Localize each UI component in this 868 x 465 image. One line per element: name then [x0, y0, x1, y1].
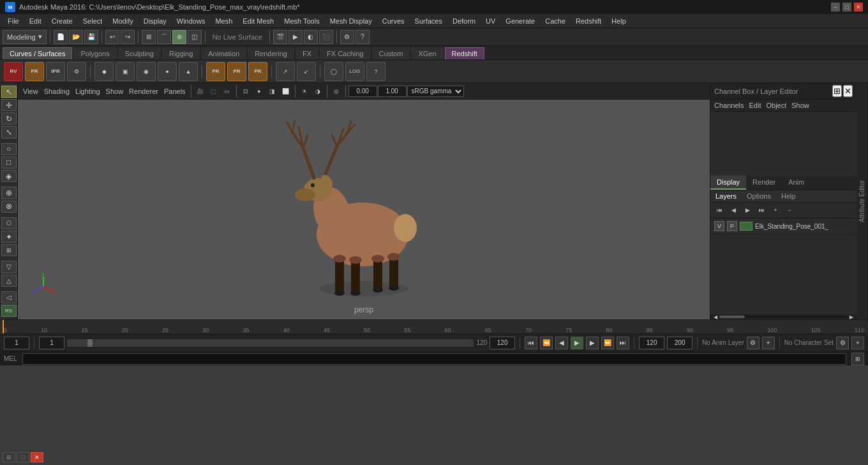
menu-file[interactable]: File	[3, 16, 24, 26]
layer-playback-btn[interactable]: P	[727, 221, 737, 231]
unknown-btn-2[interactable]: ✦	[1, 231, 17, 243]
paint-button[interactable]: ◈	[1, 170, 17, 182]
minimize-button[interactable]: −	[831, 3, 840, 11]
prev-frame-button[interactable]: ⏪	[540, 337, 553, 349]
smooth-shade-button[interactable]: ●	[253, 85, 266, 98]
snap-point-button[interactable]: ⊕	[172, 30, 186, 44]
tab-fx[interactable]: FX	[296, 47, 318, 59]
help-button[interactable]: ?	[355, 30, 370, 44]
rs-gear-button[interactable]: ⚙	[67, 62, 86, 81]
layer-add-button[interactable]: +	[769, 204, 782, 217]
isolate-button[interactable]: ◎	[330, 85, 343, 98]
value-input-1[interactable]	[348, 86, 377, 97]
script-editor-button[interactable]: ⊞	[851, 353, 864, 365]
snap-curve-button[interactable]: ⌒	[157, 30, 171, 44]
go-start-button[interactable]: ⏮	[525, 337, 537, 349]
rs-log-button[interactable]: LOG	[345, 62, 364, 81]
tab-xgen[interactable]: XGen	[411, 47, 443, 59]
channels-show-label[interactable]: Show	[791, 102, 809, 109]
rp-tab-render[interactable]: Render	[746, 176, 782, 190]
range-max-input[interactable]	[490, 337, 515, 349]
wireframe-button[interactable]: ⊡	[239, 85, 252, 98]
tab-curves-surfaces[interactable]: Curves / Surfaces	[3, 47, 72, 59]
tab-fx-caching[interactable]: FX Caching	[320, 47, 370, 59]
rs-cone-button[interactable]: ▲	[179, 62, 198, 81]
playback-max-input[interactable]	[639, 337, 664, 349]
close-button[interactable]: ✕	[854, 3, 863, 11]
channels-object-label[interactable]: Object	[766, 102, 786, 109]
rs-arrow-up-button[interactable]: ↗	[276, 62, 295, 81]
menu-select[interactable]: Select	[78, 16, 108, 26]
viewport-menu-show[interactable]: Show	[103, 86, 126, 96]
rs-help-button[interactable]: ?	[366, 62, 385, 81]
rs-arrow-down-button[interactable]: ↙	[297, 62, 316, 81]
rs-pr3-button[interactable]: PR	[227, 62, 246, 81]
aspect-ratio-button[interactable]: ▭	[221, 85, 234, 98]
snap-grid-button[interactable]: ⊞	[142, 30, 156, 44]
layer-row-1[interactable]: V P Elk_Standing_Pose_001_	[710, 218, 857, 234]
menu-mesh-display[interactable]: Mesh Display	[325, 16, 377, 26]
menu-cache[interactable]: Cache	[540, 16, 571, 26]
snap-view-button[interactable]: ◫	[188, 30, 202, 44]
tab-custom[interactable]: Custom	[372, 47, 410, 59]
tab-polygons[interactable]: Polygons	[73, 47, 116, 59]
film-gate-button[interactable]: ⬚	[207, 85, 220, 98]
rs-monitor-button[interactable]: ◯	[324, 62, 343, 81]
anim-layer-add-btn[interactable]: +	[762, 337, 775, 349]
command-input[interactable]	[22, 353, 846, 365]
viewport-menu-panels[interactable]: Panels	[161, 86, 188, 96]
menu-generate[interactable]: Generate	[500, 16, 540, 26]
rs-ipr-button[interactable]: IPR	[46, 62, 65, 81]
prev-key-button[interactable]: ◀	[555, 337, 568, 349]
unknown-btn-4[interactable]: ▽	[1, 261, 17, 273]
menu-edit-mesh[interactable]: Edit Mesh	[237, 16, 279, 26]
rp-tab-display[interactable]: Display	[710, 176, 746, 190]
next-frame-button[interactable]: ⏩	[601, 337, 614, 349]
gamma-dropdown[interactable]: sRGB gamma	[407, 86, 464, 97]
menu-curves[interactable]: Curves	[377, 16, 410, 26]
soft-select-button[interactable]: ○	[1, 143, 17, 155]
select-tool-button[interactable]: ↖	[1, 86, 17, 98]
menu-deform[interactable]: Deform	[447, 16, 481, 26]
bounding-box-button[interactable]: ⬜	[280, 85, 292, 98]
channels-label[interactable]: Channels	[714, 102, 744, 109]
tab-sculpting[interactable]: Sculpting	[118, 47, 161, 59]
undo-button[interactable]: ↩	[105, 30, 119, 44]
menu-windows[interactable]: Windows	[172, 16, 211, 26]
menu-create[interactable]: Create	[47, 16, 78, 26]
redo-button[interactable]: ↪	[121, 30, 135, 44]
rp-close-button[interactable]: ✕	[843, 85, 853, 97]
unknown-btn-5[interactable]: △	[1, 275, 17, 287]
value-input-2[interactable]	[378, 86, 407, 97]
range-slider[interactable]	[67, 339, 474, 347]
menu-modify[interactable]: Modify	[107, 16, 138, 26]
new-scene-button[interactable]: 📄	[54, 30, 68, 44]
unknown-btn-3[interactable]: ⊞	[1, 244, 17, 256]
lighting-mode-button[interactable]: ☀	[298, 85, 311, 98]
flat-shade-button[interactable]: ◨	[266, 85, 279, 98]
rs-pr4-button[interactable]: PR	[248, 62, 267, 81]
rp-subtab-layers[interactable]: Layers	[710, 190, 742, 202]
show-render-button[interactable]: ⬛	[319, 30, 333, 44]
rs-circle-button[interactable]: ●	[158, 62, 177, 81]
layer-next-button[interactable]: ⏭	[755, 204, 768, 217]
channels-edit-label[interactable]: Edit	[749, 102, 761, 109]
terminal-min-btn[interactable]: □	[17, 452, 29, 462]
rp-subtab-help[interactable]: Help	[776, 190, 801, 202]
range-slider-thumb[interactable]	[87, 339, 93, 347]
tab-rigging[interactable]: Rigging	[162, 47, 200, 59]
tab-redshift[interactable]: Redshift	[445, 47, 484, 59]
play-forward-button[interactable]: ▶	[571, 337, 583, 349]
camera-button[interactable]: 🎥	[194, 85, 207, 98]
next-key-button[interactable]: ▶	[586, 337, 599, 349]
go-end-button[interactable]: ⏭	[617, 337, 629, 349]
save-file-button[interactable]: 💾	[84, 30, 98, 44]
ipr-button[interactable]: ◐	[304, 30, 318, 44]
menu-mesh[interactable]: Mesh	[210, 16, 237, 26]
rs-pr2-button[interactable]: PR	[206, 62, 225, 81]
menu-uv[interactable]: UV	[481, 16, 500, 26]
rs-grid-button[interactable]: ▣	[116, 62, 135, 81]
layer-visibility-btn[interactable]: V	[714, 221, 724, 231]
viewport-menu-view[interactable]: View	[20, 86, 41, 96]
render-button[interactable]: ▶	[288, 30, 303, 44]
